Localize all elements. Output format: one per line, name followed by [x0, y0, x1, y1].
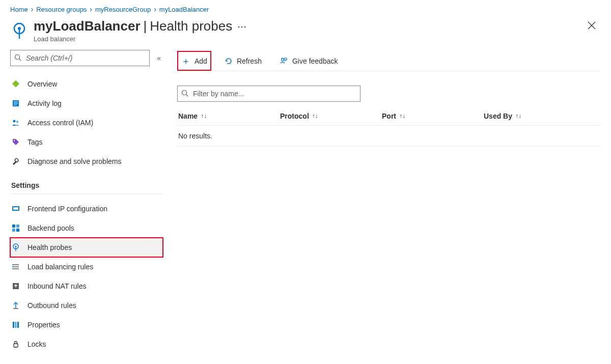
column-used-by[interactable]: Used By ↑↓: [484, 112, 555, 120]
sidebar-item-label: Access control (IAM): [27, 119, 93, 127]
refresh-button[interactable]: Refresh: [220, 51, 266, 71]
sidebar-item-outbound-rules[interactable]: Outbound rules: [10, 296, 163, 315]
lock-icon: [11, 340, 20, 349]
feedback-icon: [279, 57, 288, 66]
svg-point-27: [12, 264, 13, 265]
outbound-icon: [11, 301, 20, 310]
log-icon: [11, 99, 20, 108]
command-bar: ＋ Add Refresh Give feedback: [177, 51, 601, 71]
sidebar-item-locks[interactable]: Locks: [10, 334, 163, 354]
resource-name: myLoadBalancer: [34, 18, 141, 34]
sidebar-item-label: Load balancing rules: [27, 263, 93, 271]
svg-point-12: [13, 120, 16, 123]
search-icon: [14, 54, 21, 61]
sidebar-item-label: Tags: [27, 138, 43, 146]
sidebar-item-label: Health probes: [27, 243, 72, 251]
no-results-message: No results.: [177, 126, 601, 147]
svg-rect-18: [16, 225, 19, 228]
wrench-icon: [11, 157, 20, 166]
rules-icon: [11, 262, 20, 271]
page-title: myLoadBalancer | Health probes ⋯: [34, 18, 582, 34]
subpage-title: Health probes: [150, 18, 232, 34]
frontend-ip-icon: [11, 204, 20, 213]
page-header: myLoadBalancer | Health probes ⋯ Load ba…: [0, 16, 611, 47]
refresh-label: Refresh: [237, 57, 262, 65]
sidebar-item-overview[interactable]: Overview: [10, 74, 163, 94]
search-icon: [181, 90, 188, 97]
plus-icon: ＋: [181, 55, 190, 67]
sidebar-item-backend-pools[interactable]: Backend pools: [10, 218, 163, 238]
svg-line-39: [186, 95, 188, 97]
svg-point-22: [15, 246, 17, 247]
chevron-right-icon: ›: [31, 5, 34, 13]
sidebar-item-inbound-nat[interactable]: Inbound NAT rules: [10, 276, 163, 296]
svg-rect-19: [12, 229, 15, 232]
svg-rect-16: [13, 207, 18, 210]
sidebar-item-label: Properties: [27, 321, 60, 329]
refresh-icon: [225, 57, 233, 65]
svg-rect-20: [16, 229, 19, 232]
close-button[interactable]: [582, 18, 601, 33]
backend-pools-icon: [11, 223, 20, 233]
breadcrumb-resource-groups[interactable]: Resource groups: [36, 6, 87, 13]
sidebar-item-tags[interactable]: Tags: [10, 132, 163, 152]
svg-point-29: [12, 268, 13, 269]
search-input[interactable]: [10, 50, 150, 66]
breadcrumb-home[interactable]: Home: [10, 6, 28, 13]
filter-box[interactable]: [177, 86, 360, 102]
sidebar-item-label: Outbound rules: [27, 301, 76, 310]
sidebar-item-lb-rules[interactable]: Load balancing rules: [10, 257, 163, 276]
chevron-right-icon: ›: [90, 5, 92, 13]
resource-type: Load balancer: [34, 35, 582, 43]
svg-point-14: [14, 140, 15, 141]
sidebar-item-label: Overview: [27, 80, 57, 88]
collapse-menu-button[interactable]: «: [155, 52, 163, 64]
inbound-nat-icon: [11, 282, 20, 291]
people-icon: [11, 118, 20, 127]
sidebar-section-settings: Settings: [11, 181, 163, 194]
column-port[interactable]: Port ↑↓: [382, 112, 484, 120]
column-name[interactable]: Name ↑↓: [178, 112, 280, 120]
svg-rect-34: [15, 322, 17, 328]
sidebar-item-diagnose[interactable]: Diagnose and solve problems: [10, 152, 163, 171]
add-button[interactable]: ＋ Add: [177, 51, 211, 71]
table-header: Name ↑↓ Protocol ↑↓ Port ↑↓ Used By ↑↓: [177, 107, 601, 126]
column-protocol[interactable]: Protocol ↑↓: [280, 112, 382, 120]
sidebar-item-frontend-ip[interactable]: Frontend IP configuration: [10, 199, 163, 218]
svg-point-37: [281, 58, 284, 61]
sort-icon: ↑↓: [515, 113, 521, 120]
sort-icon: ↑↓: [312, 113, 318, 120]
sidebar-item-activity-log[interactable]: Activity log: [10, 94, 163, 113]
feedback-button[interactable]: Give feedback: [275, 51, 342, 71]
svg-rect-36: [14, 344, 18, 347]
svg-point-5: [15, 55, 20, 60]
sidebar-item-access-control[interactable]: Access control (IAM): [10, 113, 163, 132]
svg-rect-17: [12, 225, 15, 228]
sidebar-item-health-probes[interactable]: Health probes: [10, 238, 163, 257]
sidebar-item-label: Backend pools: [27, 224, 74, 232]
breadcrumb-load-balancer[interactable]: myLoadBalancer: [159, 6, 209, 13]
svg-point-1: [18, 27, 21, 30]
menu-search[interactable]: [10, 50, 150, 66]
svg-line-6: [19, 59, 21, 61]
sidebar-item-label: Locks: [27, 340, 46, 348]
sidebar-item-properties[interactable]: Properties: [10, 315, 163, 334]
svg-rect-7: [12, 80, 19, 88]
chevron-right-icon: ›: [154, 5, 156, 13]
main-content: ＋ Add Refresh Give feedback: [163, 47, 611, 364]
svg-point-38: [182, 91, 187, 95]
filter-input[interactable]: [177, 86, 360, 102]
svg-rect-35: [17, 322, 19, 328]
sidebar-item-label: Inbound NAT rules: [27, 282, 86, 290]
sort-icon: ↑↓: [201, 113, 207, 120]
more-icon[interactable]: ⋯: [237, 21, 246, 32]
tag-icon: [11, 137, 20, 147]
add-label: Add: [195, 57, 207, 65]
sidebar: « Overview Activity log Access control (…: [0, 47, 163, 364]
loadbalancer-icon: [10, 21, 29, 40]
breadcrumb-resource-group[interactable]: myResourceGroup: [95, 6, 151, 13]
sidebar-item-label: Activity log: [27, 99, 62, 107]
sidebar-item-label: Frontend IP configuration: [27, 205, 107, 213]
svg-point-13: [16, 121, 18, 123]
sidebar-item-label: Diagnose and solve problems: [27, 157, 121, 165]
